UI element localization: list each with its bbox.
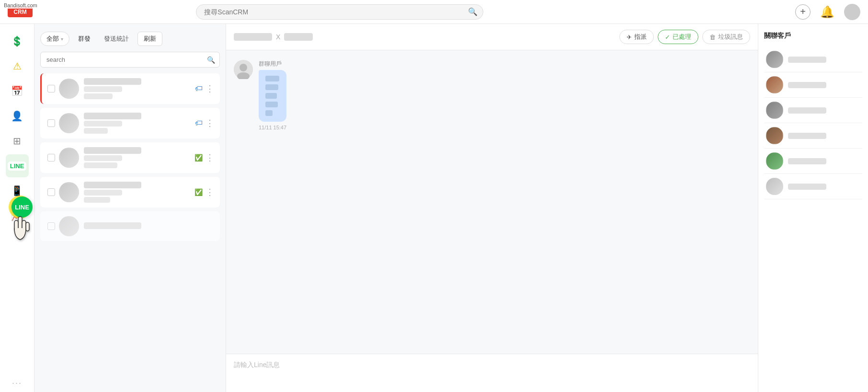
tag-icon: 🏷 (195, 84, 203, 93)
conv-name (84, 78, 141, 85)
sidebar-item-chart[interactable]: 📈 (6, 204, 29, 227)
related-avatar (766, 152, 783, 170)
checkbox[interactable] (47, 154, 55, 161)
conv-item[interactable]: ✅ ⋮ (40, 177, 220, 208)
related-customer[interactable] (764, 174, 862, 199)
related-customer[interactable] (764, 98, 862, 123)
svg-point-1 (240, 64, 247, 71)
sidebar-item-alert[interactable]: ⚠ (6, 55, 29, 78)
checkbox[interactable] (47, 188, 55, 196)
message-time: 11/11 15:47 (259, 125, 286, 130)
related-customer[interactable] (764, 123, 862, 149)
avatar (59, 148, 79, 168)
contacts-icon: 👤 (11, 110, 23, 122)
related-customer[interactable] (764, 72, 862, 98)
conv-item[interactable]: 🏷 ⋮ (40, 108, 220, 138)
avatar (59, 79, 79, 99)
chat-title-separator: X (276, 33, 280, 41)
sidebar-item-line[interactable]: LINE (6, 154, 29, 177)
sidebar-item-calendar[interactable]: 📅 (6, 80, 29, 103)
conv-item[interactable]: ✅ ⋮ (40, 142, 220, 173)
chat-title-part2 (284, 33, 313, 41)
line-icon: LINE (8, 161, 27, 171)
conversation-panel: 全部 ▾ 群發 發送統計 刷新 🔍 🏷 (34, 24, 226, 392)
topbar: CRM 🔍 + 🔔 (0, 0, 868, 24)
filter-button[interactable]: 全部 ▾ (40, 32, 69, 46)
tag-icon: 🏷 (195, 119, 203, 127)
checkbox[interactable] (47, 222, 55, 230)
related-avatar (766, 102, 783, 119)
chat-title: X (234, 33, 614, 41)
search-icon: 🔍 (468, 7, 478, 16)
conv-msg (84, 155, 122, 161)
conv-info (84, 147, 194, 168)
search-input[interactable] (196, 4, 483, 20)
related-avatar (766, 51, 783, 68)
main-layout: 全部 ▾ 群發 發送統計 刷新 🔍 🏷 (34, 24, 868, 392)
more-icon[interactable]: ⋮ (206, 83, 214, 94)
conv-item[interactable]: 🏷 ⋮ (40, 73, 220, 104)
related-avatar (766, 127, 783, 144)
group-send-button[interactable]: 群發 (73, 32, 95, 46)
chevron-down-icon: ▾ (61, 36, 63, 42)
msg-line (265, 76, 279, 81)
phone-icon: 📱 (11, 185, 23, 196)
msg-line (265, 110, 273, 116)
more-icon[interactable]: ⋮ (206, 118, 214, 128)
trash-label: 垃圾訊息 (718, 33, 743, 41)
conv-msg-2 (84, 93, 113, 99)
sidebar-item-dollar[interactable]: 💲 (6, 30, 29, 53)
check-icon: ✓ (665, 34, 670, 41)
conv-search-input[interactable] (40, 52, 220, 68)
trash-icon: 🗑 (709, 34, 716, 41)
chat-header-actions: ✈ 指派 ✓ 已處理 🗑 垃圾訊息 (619, 30, 750, 44)
chat-header: X ✈ 指派 ✓ 已處理 🗑 垃圾訊息 (226, 24, 758, 50)
checkbox[interactable] (47, 85, 55, 92)
refresh-button[interactable]: 刷新 (137, 32, 162, 46)
conv-msg (84, 190, 122, 196)
conv-name (84, 182, 141, 188)
chat-input-area[interactable]: 請輸入Line訊息 (226, 354, 758, 392)
more-icon[interactable]: ⋮ (206, 187, 214, 197)
more-icon[interactable]: ⋮ (206, 152, 214, 163)
conv-toolbar: 全部 ▾ 群發 發送統計 刷新 (40, 32, 220, 46)
conv-info (84, 222, 214, 231)
assign-button[interactable]: ✈ 指派 (619, 30, 654, 44)
calendar-icon: 📅 (11, 85, 23, 97)
conv-name (84, 113, 141, 119)
add-button[interactable]: + (795, 4, 811, 20)
sidebar-item-contacts[interactable]: 👤 (6, 104, 29, 127)
processed-button[interactable]: ✓ 已處理 (658, 30, 698, 44)
avatar[interactable] (844, 4, 860, 20)
related-avatar (766, 76, 783, 93)
sidebar-item-table[interactable]: ⊞ (6, 129, 29, 152)
conversation-list: 🏷 ⋮ 🏷 ⋮ (40, 73, 220, 392)
right-panel: 關聯客戶 (758, 24, 868, 392)
sidebar-more[interactable]: ... (12, 376, 22, 386)
checkbox[interactable] (47, 119, 55, 127)
conv-actions: 🏷 ⋮ (195, 118, 214, 128)
conv-item[interactable] (40, 211, 220, 241)
sender-name: 群聊用戶 (259, 60, 286, 68)
chat-title-part1 (234, 33, 272, 41)
chat-area: X ✈ 指派 ✓ 已處理 🗑 垃圾訊息 (226, 24, 758, 392)
related-name (788, 107, 826, 114)
msg-line (265, 84, 278, 90)
right-panel-title: 關聯客戶 (764, 32, 862, 40)
stats-button[interactable]: 發送統計 (99, 32, 134, 46)
related-customer[interactable] (764, 149, 862, 174)
avatar (59, 182, 79, 202)
conv-msg (84, 121, 122, 127)
conv-info (84, 182, 194, 203)
avatar (59, 216, 79, 236)
bell-icon[interactable]: 🔔 (820, 5, 834, 19)
related-customer[interactable] (764, 47, 862, 72)
dollar-icon: 💲 (11, 35, 23, 47)
trash-button[interactable]: 🗑 垃圾訊息 (702, 30, 750, 44)
filter-label: 全部 (46, 35, 59, 43)
sidebar: 💲 ⚠ 📅 👤 ⊞ LINE 📱 📈 ... (0, 24, 34, 392)
avatar (59, 113, 79, 133)
sidebar-item-phone[interactable]: 📱 (6, 179, 29, 202)
sender-avatar (234, 60, 253, 79)
message-bubble (259, 70, 286, 122)
